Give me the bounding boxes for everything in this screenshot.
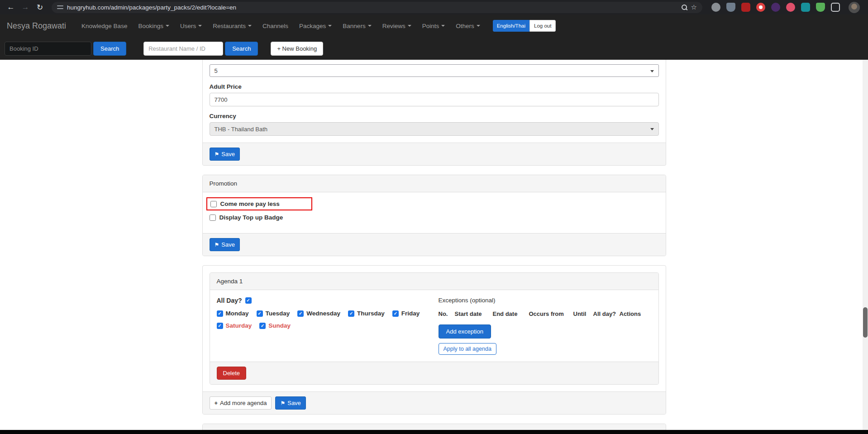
all-day-checkbox[interactable] (245, 297, 252, 304)
come-more-pay-less-label: Come more pay less (220, 200, 280, 207)
caret-icon (248, 25, 252, 27)
scrollbar-thumb[interactable] (863, 307, 868, 338)
promotion-panel: Promotion Come more pay less Display Top… (202, 175, 666, 256)
new-booking-button[interactable]: + New Booking (271, 42, 323, 56)
video-extension-icon[interactable] (741, 3, 750, 12)
globe-extension-icon[interactable] (711, 3, 720, 12)
plus-icon: + (215, 400, 218, 406)
forward-icon[interactable]: → (19, 1, 32, 14)
save-flag-icon: ⚑ (215, 242, 219, 248)
caret-icon (328, 25, 332, 27)
currency-label: Currency (210, 113, 659, 119)
apply-to-all-agenda-button[interactable]: Apply to all agenda (439, 343, 496, 355)
save-agenda-button[interactable]: ⚑ Save (275, 396, 305, 410)
thursday-checkbox[interactable] (348, 310, 354, 317)
tuesday-checkbox[interactable] (257, 310, 263, 317)
page-scrollbar[interactable] (863, 60, 868, 430)
url-text[interactable]: hungryhub.com/admin/packages/party_packs… (67, 4, 678, 11)
adguard-extension-icon[interactable] (816, 3, 825, 12)
col-occurs-from: Occurs from (529, 310, 573, 317)
page-content: 5 Adult Price Currency THB - Thailand Ba… (0, 60, 868, 434)
nav-item-restaurants[interactable]: Restaurants (207, 14, 257, 37)
nav-item-banners[interactable]: Banners (337, 14, 377, 37)
caret-icon (368, 25, 372, 27)
save-pricing-button[interactable]: ⚑ Save (210, 148, 240, 161)
add-exception-button[interactable]: Add exception (439, 324, 491, 339)
day-monday: Monday (217, 310, 249, 317)
purple-extension-icon[interactable] (771, 3, 780, 12)
adult-price-label: Adult Price (210, 83, 659, 90)
display-top-up-badge-checkbox[interactable] (210, 215, 216, 221)
nav-item-knowledge-base[interactable]: Knowledge Base (76, 14, 133, 37)
agenda-outer-panel: Agenda 1 All Day? Monday Tuesday Wednesd… (202, 265, 666, 415)
reload-icon[interactable]: ↻ (33, 1, 46, 14)
chevron-down-icon (650, 128, 654, 130)
promotion-panel-title: Promotion (203, 175, 666, 192)
come-more-pay-less-checkbox[interactable] (210, 201, 217, 207)
monday-checkbox[interactable] (217, 310, 223, 317)
search-restaurant-button[interactable]: Search (225, 42, 258, 56)
record-extension-icon[interactable] (756, 3, 765, 12)
agenda-days-section: All Day? Monday Tuesday Wednesday Thursd… (217, 297, 439, 355)
friday-checkbox[interactable] (392, 310, 399, 317)
nav-item-packages[interactable]: Packages (294, 14, 337, 37)
agenda-panel-title: Agenda 1 (210, 273, 658, 290)
extensions-puzzle-icon[interactable] (831, 3, 840, 12)
col-end-date: End date (493, 310, 529, 317)
pink-extension-icon[interactable] (786, 3, 795, 12)
adult-price-input[interactable] (210, 93, 659, 106)
profile-avatar[interactable] (849, 2, 860, 13)
agenda-panel: Agenda 1 All Day? Monday Tuesday Wednesd… (210, 272, 659, 385)
restaurant-search-input[interactable] (143, 42, 223, 56)
nav-item-bookings[interactable]: Bookings (133, 14, 175, 37)
nav-item-points[interactable]: Points (417, 14, 451, 37)
language-toggle-button[interactable]: English/Thai (493, 20, 529, 32)
extensions-cluster (708, 2, 863, 13)
bookmark-star-icon[interactable]: ☆ (691, 3, 697, 11)
address-bar[interactable]: hungryhub.com/admin/packages/party_packs… (52, 2, 702, 13)
sunday-checkbox[interactable] (259, 323, 266, 329)
save-flag-icon: ⚑ (215, 151, 219, 157)
all-day-label: All Day? (217, 297, 242, 304)
highlight-box: Come more pay less (206, 197, 312, 210)
exceptions-table-header: No. Start date End date Occurs from Unti… (439, 310, 652, 317)
caret-icon (408, 25, 411, 27)
nav-item-others[interactable]: Others (450, 14, 486, 37)
save-promotion-button[interactable]: ⚑ Save (210, 238, 240, 251)
nav-item-reviews[interactable]: Reviews (377, 14, 417, 37)
search-icon[interactable] (682, 5, 687, 10)
site-settings-icon[interactable] (57, 5, 63, 10)
exceptions-section: Exceptions (optional) No. Start date End… (439, 297, 652, 355)
day-wednesday: Wednesday (297, 310, 340, 317)
exceptions-title: Exceptions (optional) (439, 297, 652, 304)
back-icon[interactable]: ← (5, 1, 17, 14)
caret-icon (198, 25, 202, 27)
shield-extension-icon[interactable] (726, 3, 735, 12)
day-friday: Friday (392, 310, 420, 317)
brand-user-name[interactable]: Nesya Rogawati (7, 21, 66, 31)
day-thursday: Thursday (348, 310, 385, 317)
col-start-date: Start date (455, 310, 493, 317)
admin-navbar: Nesya Rogawati Knowledge Base Bookings U… (0, 14, 868, 37)
teal-extension-icon[interactable] (801, 3, 810, 12)
search-booking-button[interactable]: Search (93, 42, 126, 56)
day-tuesday: Tuesday (257, 310, 290, 317)
col-actions: Actions (620, 310, 643, 317)
day-saturday: Saturday (217, 322, 252, 329)
col-all-day: All day? (593, 310, 620, 317)
wednesday-checkbox[interactable] (297, 310, 304, 317)
delete-agenda-button[interactable]: Delete (217, 367, 247, 380)
col-no: No. (439, 310, 455, 317)
nav-item-users[interactable]: Users (175, 14, 207, 37)
booking-id-input[interactable] (5, 42, 91, 56)
col-until: Until (573, 310, 593, 317)
language-toggle-group: English/Thai Log out (493, 20, 556, 32)
nav-item-channels[interactable]: Channels (257, 14, 294, 37)
saturday-checkbox[interactable] (217, 323, 223, 329)
currency-select[interactable]: THB - Thailand Bath (210, 122, 659, 136)
add-more-agenda-button[interactable]: + Add more agenda (210, 396, 272, 410)
day-sunday: Sunday (259, 322, 291, 329)
max-adults-select[interactable]: 5 (210, 64, 659, 77)
logout-button[interactable]: Log out (529, 20, 556, 32)
chevron-down-icon (650, 70, 654, 72)
